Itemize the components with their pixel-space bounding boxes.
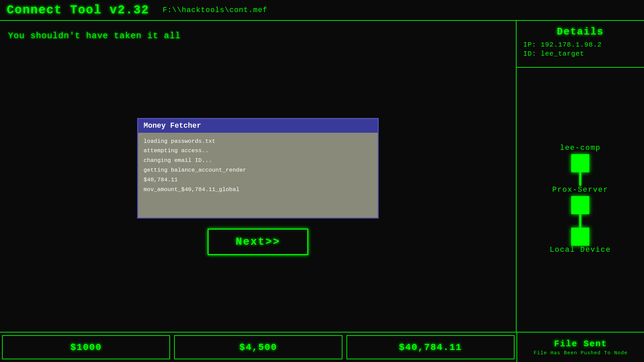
- network-node-prox: Prox-Server: [552, 186, 608, 214]
- network-node-local: Local Device: [550, 228, 611, 256]
- next-button[interactable]: Next>>: [208, 229, 308, 255]
- dialog-content: loading passwords.txt attempting access.…: [138, 133, 378, 199]
- node-label-lee: lee-comp: [560, 144, 601, 152]
- header: Connect Tool v2.32 F:\\hacktools\cont.me…: [0, 0, 644, 21]
- main-subtitle: You shouldn't have taken it all: [0, 21, 516, 41]
- network-line-2: [579, 214, 581, 228]
- money-item-1: $1000: [2, 335, 170, 359]
- network-node-lee: lee-comp: [560, 144, 601, 172]
- money-fetcher-dialog: Money Fetcher loading passwords.txt atte…: [137, 118, 379, 219]
- details-ip: IP: 192.178.1.98.2: [523, 41, 637, 49]
- node-square-local: [571, 228, 589, 246]
- money-area: $1000 $4,500 $40,784.11: [0, 333, 517, 362]
- dialog-line-1: loading passwords.txt: [144, 137, 372, 146]
- dialog-line-4: getting balance_account_render: [144, 166, 372, 175]
- dialog-title: Money Fetcher: [138, 119, 378, 133]
- bottom-bar: $1000 $4,500 $40,784.11 File Sent File H…: [0, 332, 644, 362]
- center-panel: You shouldn't have taken it all Money Fe…: [0, 21, 517, 332]
- dialog-line-6: mov_amount_$40,784.11_global: [144, 185, 372, 195]
- network-diagram: lee-comp Prox-Server Local Device: [517, 68, 644, 332]
- file-sent-title: File Sent: [554, 339, 607, 349]
- node-square-lee: [571, 154, 589, 172]
- file-sent-sub: File Has Been Pushed To Node: [534, 350, 628, 356]
- dialog-area: Money Fetcher loading passwords.txt atte…: [0, 41, 516, 332]
- network-line-1: [579, 172, 581, 186]
- details-section: Details IP: 192.178.1.98.2 ID: lee_targe…: [517, 21, 644, 68]
- details-id: ID: lee_target: [523, 50, 637, 58]
- money-item-3: $40,784.11: [346, 335, 515, 359]
- node-label-local: Local Device: [550, 246, 611, 254]
- dialog-line-3: changing email ID...: [144, 156, 372, 166]
- dialog-line-2: attempting access..: [144, 146, 372, 156]
- app-title: Connect Tool v2.32: [7, 3, 149, 17]
- right-panel: Details IP: 192.178.1.98.2 ID: lee_targe…: [517, 21, 644, 332]
- main-layout: You shouldn't have taken it all Money Fe…: [0, 21, 644, 332]
- node-label-prox: Prox-Server: [552, 186, 608, 194]
- details-title: Details: [523, 26, 637, 38]
- dialog-line-5: $40,784.11: [144, 175, 372, 185]
- money-item-2: $4,500: [174, 335, 342, 359]
- file-sent-box: File Sent File Has Been Pushed To Node: [517, 333, 644, 362]
- node-square-prox: [571, 196, 589, 214]
- file-path: F:\\hacktools\cont.mef: [163, 6, 267, 14]
